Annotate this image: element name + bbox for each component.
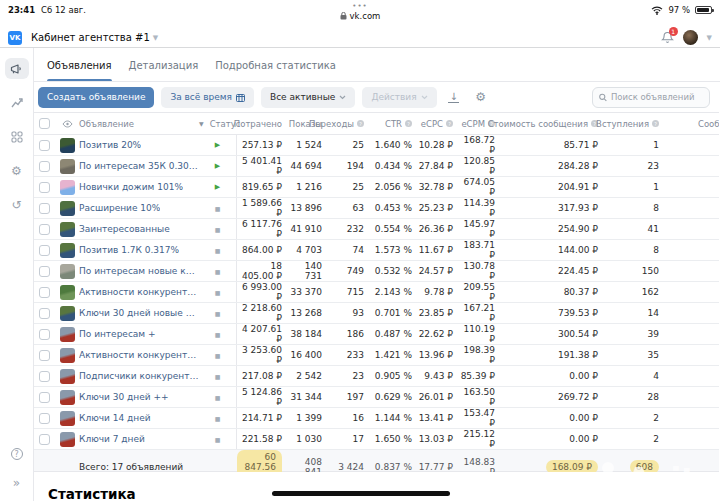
table-row[interactable]: Позитив 20% ▶ 257.13 ₽ 1 524 25 1.640 % … [34,135,719,156]
ad-status-toggle[interactable]: ■ [199,366,237,386]
ad-status-toggle[interactable]: ▶ [199,135,237,155]
cell-spent: 217.08 ₽ [237,366,287,386]
search-input[interactable] [611,92,703,102]
account-chevron-icon[interactable]: ▼ [707,34,712,42]
table-row[interactable]: Подписчики конкурентов ■ 217.08 ₽ 2 542 … [34,366,719,387]
row-checkbox[interactable] [34,324,55,344]
column-ctr[interactable]: CTR? [369,113,417,134]
select-all-checkbox[interactable] [34,113,55,134]
ad-name-link[interactable]: Позитив 20% [79,135,199,155]
ad-status-toggle[interactable]: ■ [199,219,237,239]
ad-name-link[interactable]: Ключи 7 дней [79,429,199,449]
row-checkbox[interactable] [34,429,55,449]
ad-status-toggle[interactable]: ■ [199,261,237,281]
ad-name-link[interactable]: Ключи 30 дней новые креативы [79,303,199,323]
cell-spent: 214.71 ₽ [237,408,287,428]
help-button[interactable]: ? [11,448,23,460]
ad-name-link[interactable]: Подписчики конкурентов [79,366,199,386]
row-checkbox[interactable] [34,177,55,197]
table-row[interactable]: Позитив 1.7К 0.317% ■ 864.00 ₽ 4 703 74 … [34,240,719,261]
table-row[interactable]: Активности конкурентов новые кр... ■ 6 9… [34,282,719,303]
ad-status-toggle[interactable]: ■ [199,345,237,365]
ad-name-link[interactable]: По интересам + [79,324,199,344]
ad-name-link[interactable]: По интересам новые креативы 33К... [79,261,199,281]
status-icon: ■ [215,436,221,443]
ad-status-toggle[interactable]: ■ [199,198,237,218]
vk-logo-icon[interactable]: VK [8,31,22,45]
tab-full-statistics[interactable]: Подробная статистика [215,60,336,81]
table-row[interactable]: Ключи 14 дней ■ 214.71 ₽ 1 399 16 1.144 … [34,408,719,429]
ad-status-toggle[interactable]: ■ [199,324,237,344]
sidebar-item-ads[interactable] [5,58,29,79]
ad-name-link[interactable]: Ключи 14 дней [79,408,199,428]
ad-status-toggle[interactable]: ■ [199,282,237,302]
row-checkbox[interactable] [34,366,55,386]
tab-ads[interactable]: Объявления [47,60,112,81]
row-checkbox[interactable] [34,282,55,302]
column-message-cost[interactable]: Стоимость сообщения? [500,113,603,134]
column-status[interactable]: ▼Статус [199,113,237,134]
column-spent[interactable]: Потрачено [237,113,287,134]
ad-status-toggle[interactable]: ■ [199,408,237,428]
table-row[interactable]: Ключи 7 дней ■ 221.58 ₽ 1 030 17 1.650 %… [34,429,719,450]
row-checkbox[interactable] [34,261,55,281]
ad-name-link[interactable]: Расширение 10% [79,198,199,218]
cabinet-title[interactable]: Кабинет агентства #1▼ [31,32,158,43]
address-bar[interactable]: vk.com [0,11,720,21]
table-settings-button[interactable]: ⚙ [471,87,491,107]
table-row[interactable]: Ключи 30 дней новые креативы ■ 2 218.60 … [34,303,719,324]
ad-name-link[interactable]: Новички дожим 101% [79,177,199,197]
column-ad[interactable]: Объявление [79,113,199,134]
ad-status-toggle[interactable]: ▶ [199,177,237,197]
ad-name-link[interactable]: По интересам 35К 0.307% [79,156,199,176]
period-button[interactable]: За всё время [161,87,254,108]
table-row[interactable]: Расширение 10% ■ 1 589.66 ₽ 13 896 63 0.… [34,198,719,219]
ad-name-link[interactable]: Позитив 1.7К 0.317% [79,240,199,260]
row-checkbox[interactable] [34,387,55,407]
notifications-button[interactable]: 1 [661,31,674,44]
column-messages[interactable]: Сообщения? [664,113,719,134]
create-ad-button[interactable]: Создать объявление [38,87,154,108]
ad-name-link[interactable]: Активности конкурентов ++ [79,345,199,365]
row-checkbox[interactable] [34,219,55,239]
tab-dots-icon[interactable]: ••• [0,2,720,10]
row-checkbox[interactable] [34,303,55,323]
sidebar-item-settings[interactable]: ⚙ [5,160,29,181]
ad-status-toggle[interactable]: ■ [199,429,237,449]
ad-name-link[interactable]: Заинтересованные [79,219,199,239]
table-row[interactable]: По интересам новые креативы 33К... ■ 18 … [34,261,719,282]
row-checkbox[interactable] [34,240,55,260]
table-row[interactable]: Новички дожим 101% ▶ 819.65 ₽ 1 216 25 2… [34,177,719,198]
row-checkbox[interactable] [34,408,55,428]
row-checkbox[interactable] [34,345,55,365]
table-row[interactable]: По интересам + ■ 4 207.61 ₽ 38 184 186 0… [34,324,719,345]
search-box[interactable] [592,87,710,108]
ad-status-toggle[interactable]: ■ [199,303,237,323]
table-row[interactable]: По интересам 35К 0.307% ▶ 5 401.41 ₽ 44 … [34,156,719,177]
ad-status-toggle[interactable]: ▶ [199,156,237,176]
row-checkbox[interactable] [34,198,55,218]
row-checkbox[interactable] [34,135,55,155]
table-row[interactable]: Активности конкурентов ++ ■ 3 253.60 ₽ 1… [34,345,719,366]
sidebar-item-statistics[interactable] [5,92,29,113]
ad-name-link[interactable]: Активности конкурентов новые кр... [79,282,199,302]
sidebar-item-services[interactable] [5,126,29,147]
avatar[interactable] [683,30,698,45]
ad-status-toggle[interactable]: ■ [199,240,237,260]
actions-dropdown[interactable]: Действия [362,87,436,108]
ad-status-toggle[interactable]: ■ [199,387,237,407]
sidebar-expand-button[interactable]: » [5,472,29,493]
table-row[interactable]: Ключи 30 дней ++ ■ 5 124.86 ₽ 31 344 197… [34,387,719,408]
sidebar-item-back[interactable]: ↺ [5,194,29,215]
ad-name-link[interactable]: Ключи 30 дней ++ [79,387,199,407]
column-clicks[interactable]: Переходы? [327,113,369,134]
column-ecpc[interactable]: eCPC? [417,113,458,134]
export-button[interactable]: ↓ [444,87,464,107]
column-joins[interactable]: Вступления? [603,113,664,134]
cell-ecpm: 120.85 ₽ [458,156,500,176]
row-checkbox[interactable] [34,156,55,176]
tab-detail[interactable]: Детализация [129,60,199,81]
home-indicator[interactable] [272,491,450,496]
filter-dropdown[interactable]: Все активные [261,87,355,108]
table-row[interactable]: Заинтересованные ■ 6 117.76 ₽ 41 910 232… [34,219,719,240]
